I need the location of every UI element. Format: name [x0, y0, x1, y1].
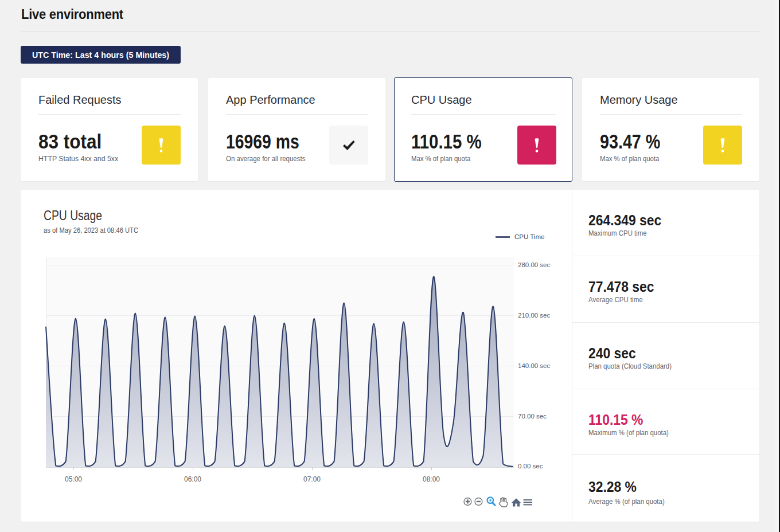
svg-text:06:00: 06:00 — [184, 475, 201, 483]
svg-text:210.00 sec: 210.00 sec — [518, 312, 551, 319]
svg-text:140.00 sec: 140.00 sec — [518, 362, 551, 369]
svg-text:0.00 sec: 0.00 sec — [518, 463, 543, 470]
svg-text:08:00: 08:00 — [423, 475, 440, 483]
svg-text:280.00 sec: 280.00 sec — [518, 261, 551, 268]
svg-text:05:00: 05:00 — [65, 475, 82, 483]
svg-text:07:00: 07:00 — [303, 475, 321, 483]
svg-text:70.00 sec: 70.00 sec — [518, 413, 547, 420]
svg-text:CPU Time: CPU Time — [514, 233, 544, 240]
